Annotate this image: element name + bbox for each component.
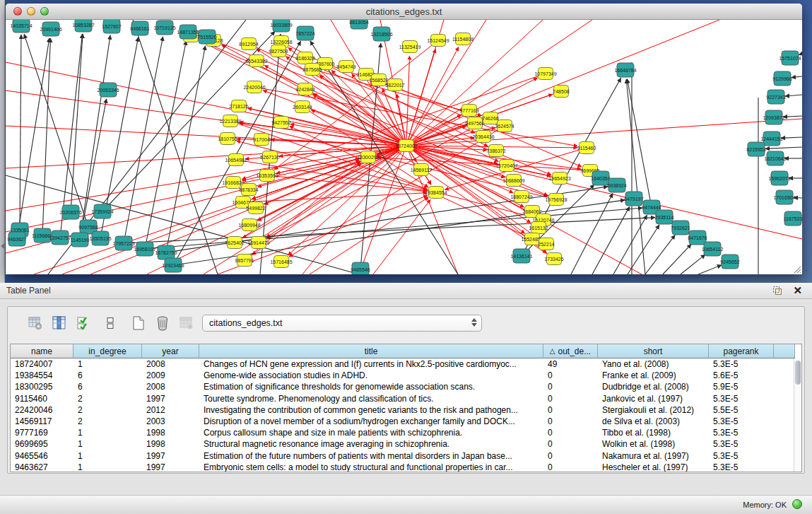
column-header-in_degree[interactable]: in_degree — [73, 344, 142, 358]
graph-node[interactable]: 15720407 — [495, 160, 517, 172]
graph-node[interactable]: 8186328 — [295, 52, 314, 64]
graph-node[interactable]: 7515520 — [197, 30, 216, 44]
graph-node[interactable]: 16210643 — [764, 151, 786, 165]
graph-node[interactable]: 14569117 — [411, 164, 433, 176]
graph-node[interactable]: 20991406 — [40, 22, 61, 36]
graph-node[interactable]: 11325419 — [399, 41, 421, 53]
graph-node[interactable]: 14871358 — [177, 25, 199, 39]
graph-node[interactable]: 2718126 — [229, 100, 248, 112]
graph-node[interactable]: 7932621 — [671, 221, 690, 235]
graph-node[interactable]: 2875685 — [302, 64, 322, 76]
graph-node[interactable]: 13942757 — [49, 230, 71, 245]
graph-node[interactable]: 12213389 — [219, 115, 241, 127]
graph-node[interactable]: 748508 — [553, 86, 569, 98]
table-panel-header[interactable]: Table Panel ✕ — [0, 283, 812, 299]
graph-node[interactable]: 746266 — [482, 112, 498, 124]
graph-node[interactable]: 1733426 — [544, 253, 563, 265]
graph-node[interactable]: 9245652 — [720, 255, 739, 269]
graph-node[interactable]: 9857791 — [235, 255, 254, 267]
network-canvas-wrap[interactable]: 1872400718300295193845542242004627181261… — [6, 20, 802, 274]
delete-table-icon[interactable] — [177, 314, 196, 332]
graph-node[interactable]: 14035714 — [10, 20, 32, 33]
column-header-year[interactable]: year — [142, 344, 199, 358]
graph-node[interactable]: 15751074 — [779, 51, 801, 65]
graph-node[interactable]: 9227343 — [766, 90, 785, 104]
graph-node[interactable]: 7857224 — [295, 26, 314, 40]
graph-node[interactable]: 16648784 — [614, 63, 636, 77]
graph-node[interactable]: 16543382 — [245, 55, 267, 67]
table-settings-icon[interactable] — [26, 314, 45, 332]
graph-node[interactable]: 16782759 — [155, 245, 177, 259]
network-canvas[interactable]: 1872400718300295193845542242004627181261… — [6, 20, 802, 274]
graph-node[interactable]: 1615132 — [529, 222, 548, 234]
show-columns-icon[interactable] — [50, 314, 69, 332]
row-mode-icon[interactable] — [101, 314, 119, 332]
graph-node[interactable]: 2603144 — [293, 101, 312, 113]
graph-node[interactable]: 8471676 — [688, 230, 707, 245]
table-selector-dropdown[interactable]: citations_edges.txt — [202, 315, 482, 332]
scrollbar-thumb[interactable] — [795, 361, 801, 385]
table-row[interactable]: 946554611997Estimation of the future num… — [11, 450, 801, 462]
graph-node[interactable]: 9827508 — [269, 45, 288, 57]
float-window-icon[interactable] — [772, 286, 784, 296]
close-icon[interactable]: ✕ — [793, 284, 802, 297]
graph-node[interactable]: 5822017 — [385, 79, 404, 91]
graph-node[interactable]: 3624574 — [495, 120, 514, 132]
graph-node[interactable]: 15716485 — [270, 256, 292, 268]
resize-grip-icon[interactable] — [792, 264, 801, 274]
select-columns-icon[interactable] — [74, 314, 93, 332]
graph-node[interactable]: 16033809 — [270, 20, 292, 32]
graph-node[interactable]: 16958107 — [134, 242, 155, 256]
graph-node[interactable]: 10654112 — [702, 242, 724, 256]
graph-node[interactable]: 8215953 — [746, 142, 765, 156]
table-row[interactable]: 1872400712008Changes of HCN gene express… — [11, 358, 801, 370]
column-header-title[interactable]: title — [199, 344, 543, 358]
graph-node[interactable]: 9463627 — [7, 232, 26, 246]
graph-node[interactable]: 10719135 — [153, 21, 175, 35]
table-row[interactable]: 1938455462009Genome-wide association stu… — [11, 370, 801, 381]
table-row[interactable]: 2242004622012Investigating the contribut… — [11, 404, 801, 416]
graph-node[interactable]: 8813054 — [349, 20, 368, 29]
column-header-pagerank[interactable]: pagerank — [709, 344, 774, 358]
graph-node[interactable]: 13218506 — [370, 27, 392, 41]
graph-node[interactable]: 20053346 — [97, 83, 119, 97]
graph-node[interactable]: 17957223 — [112, 236, 134, 250]
vertical-scrollbar[interactable] — [794, 358, 801, 472]
graph-node[interactable]: 16809948 — [238, 219, 260, 231]
graph-node[interactable]: 252214 — [538, 238, 554, 250]
graph-node[interactable]: 13505135 — [89, 231, 111, 245]
graph-node[interactable]: 14136141 — [510, 249, 532, 263]
graph-node[interactable]: 917004 — [253, 134, 269, 146]
table-row[interactable]: 1830029562008Estimation of significance … — [11, 381, 801, 392]
graph-node[interactable]: 2935114 — [655, 210, 674, 224]
graph-node[interactable]: 9242848 — [295, 83, 314, 95]
graph-node[interactable]: 1167533 — [784, 211, 802, 226]
graph-node[interactable]: 17359924 — [91, 204, 113, 218]
graph-node[interactable]: 8912954 — [239, 38, 258, 50]
graph-node[interactable]: 17016504 — [773, 190, 795, 204]
graph-node[interactable]: 7625402 — [225, 237, 244, 249]
window-titlebar[interactable]: citations_edges.txt — [6, 4, 802, 20]
graph-node[interactable]: 12093872 — [763, 110, 784, 124]
graph-node[interactable]: 10853287 — [72, 20, 94, 32]
graph-node[interactable]: 9115460 — [577, 142, 596, 154]
new-column-icon[interactable] — [129, 314, 148, 332]
graph-node[interactable]: 6466161 — [130, 21, 149, 35]
graph-node[interactable]: 10688609 — [502, 175, 524, 187]
graph-node[interactable]: 19384554 — [425, 187, 447, 199]
graph-node[interactable]: 5878334 — [239, 184, 258, 196]
graph-node[interactable]: 15992071 — [768, 171, 790, 185]
graph-node[interactable]: 1145190 — [71, 233, 90, 247]
graph-node[interactable]: 20206576 — [59, 205, 81, 219]
collapse-left-arrow-icon[interactable] — [1, 243, 4, 249]
graph-node[interactable]: 9427552 — [271, 117, 290, 129]
table-row[interactable]: 911546021997Tourette syndrome. Phenomeno… — [11, 393, 801, 404]
graph-node[interactable]: 1810755 — [218, 133, 237, 145]
network-view-window[interactable]: citations_edges.txt 18724007183002951938… — [6, 4, 802, 274]
graph-node[interactable]: 22420046 — [243, 81, 265, 93]
graph-node[interactable]: 12923468 — [162, 258, 184, 272]
graph-node[interactable]: 5267130 — [260, 151, 279, 163]
graph-node[interactable]: 8454749 — [336, 61, 355, 73]
graph-node[interactable]: 11154808 — [452, 33, 473, 45]
graph-node[interactable]: 6479197 — [624, 192, 643, 206]
